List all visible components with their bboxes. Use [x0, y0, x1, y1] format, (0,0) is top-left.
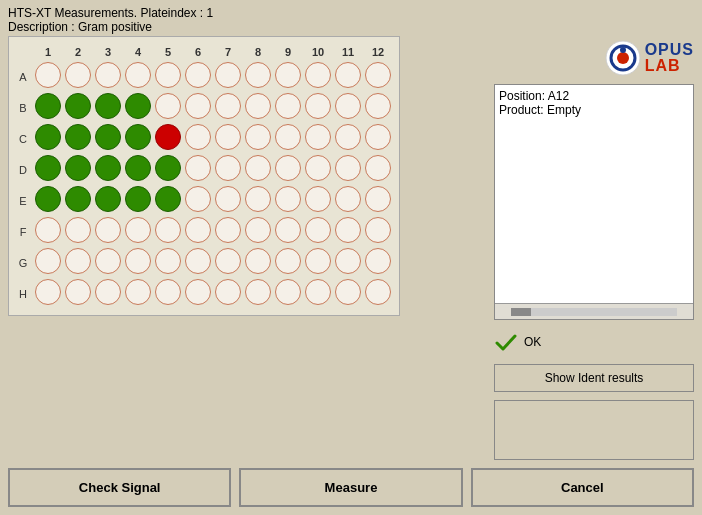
well-G6[interactable] — [185, 248, 211, 274]
well-D8[interactable] — [245, 155, 271, 181]
info-scrollbar[interactable] — [495, 303, 693, 319]
well-F10[interactable] — [305, 217, 331, 243]
well-D1[interactable] — [35, 155, 61, 181]
well-G3[interactable] — [95, 248, 121, 274]
well-A10[interactable] — [305, 62, 331, 88]
well-D11[interactable] — [335, 155, 361, 181]
well-A4[interactable] — [125, 62, 151, 88]
check-signal-button[interactable]: Check Signal — [8, 468, 231, 507]
well-D10[interactable] — [305, 155, 331, 181]
well-F4[interactable] — [125, 217, 151, 243]
well-E10[interactable] — [305, 186, 331, 212]
well-A11[interactable] — [335, 62, 361, 88]
well-F11[interactable] — [335, 217, 361, 243]
well-B12[interactable] — [365, 93, 391, 119]
well-G8[interactable] — [245, 248, 271, 274]
well-D5[interactable] — [155, 155, 181, 181]
well-E7[interactable] — [215, 186, 241, 212]
well-G2[interactable] — [65, 248, 91, 274]
well-G5[interactable] — [155, 248, 181, 274]
well-B2[interactable] — [65, 93, 91, 119]
well-D9[interactable] — [275, 155, 301, 181]
well-E9[interactable] — [275, 186, 301, 212]
cancel-button[interactable]: Cancel — [471, 468, 694, 507]
well-E8[interactable] — [245, 186, 271, 212]
well-F8[interactable] — [245, 217, 271, 243]
well-C7[interactable] — [215, 124, 241, 150]
well-E4[interactable] — [125, 186, 151, 212]
well-A3[interactable] — [95, 62, 121, 88]
well-H3[interactable] — [95, 279, 121, 305]
well-A9[interactable] — [275, 62, 301, 88]
well-H10[interactable] — [305, 279, 331, 305]
well-D3[interactable] — [95, 155, 121, 181]
well-D7[interactable] — [215, 155, 241, 181]
well-E2[interactable] — [65, 186, 91, 212]
well-F6[interactable] — [185, 217, 211, 243]
well-E5[interactable] — [155, 186, 181, 212]
well-C5[interactable] — [155, 124, 181, 150]
well-H9[interactable] — [275, 279, 301, 305]
well-D12[interactable] — [365, 155, 391, 181]
well-E11[interactable] — [335, 186, 361, 212]
well-G4[interactable] — [125, 248, 151, 274]
well-A1[interactable] — [35, 62, 61, 88]
well-A2[interactable] — [65, 62, 91, 88]
well-F5[interactable] — [155, 217, 181, 243]
well-C4[interactable] — [125, 124, 151, 150]
well-C6[interactable] — [185, 124, 211, 150]
well-C11[interactable] — [335, 124, 361, 150]
measure-button[interactable]: Measure — [239, 468, 462, 507]
well-G7[interactable] — [215, 248, 241, 274]
well-B4[interactable] — [125, 93, 151, 119]
well-B3[interactable] — [95, 93, 121, 119]
well-A12[interactable] — [365, 62, 391, 88]
well-C10[interactable] — [305, 124, 331, 150]
well-C8[interactable] — [245, 124, 271, 150]
well-H4[interactable] — [125, 279, 151, 305]
well-G1[interactable] — [35, 248, 61, 274]
well-B8[interactable] — [245, 93, 271, 119]
well-E6[interactable] — [185, 186, 211, 212]
well-B5[interactable] — [155, 93, 181, 119]
well-H8[interactable] — [245, 279, 271, 305]
well-C12[interactable] — [365, 124, 391, 150]
well-G10[interactable] — [305, 248, 331, 274]
well-F7[interactable] — [215, 217, 241, 243]
well-A5[interactable] — [155, 62, 181, 88]
well-E3[interactable] — [95, 186, 121, 212]
well-G11[interactable] — [335, 248, 361, 274]
well-C3[interactable] — [95, 124, 121, 150]
well-H1[interactable] — [35, 279, 61, 305]
show-ident-button[interactable]: Show Ident results — [494, 364, 694, 392]
well-H6[interactable] — [185, 279, 211, 305]
well-F1[interactable] — [35, 217, 61, 243]
well-B9[interactable] — [275, 93, 301, 119]
well-B11[interactable] — [335, 93, 361, 119]
well-F2[interactable] — [65, 217, 91, 243]
well-F3[interactable] — [95, 217, 121, 243]
well-B1[interactable] — [35, 93, 61, 119]
well-H11[interactable] — [335, 279, 361, 305]
well-H12[interactable] — [365, 279, 391, 305]
well-B6[interactable] — [185, 93, 211, 119]
well-H7[interactable] — [215, 279, 241, 305]
well-A8[interactable] — [245, 62, 271, 88]
well-F9[interactable] — [275, 217, 301, 243]
well-F12[interactable] — [365, 217, 391, 243]
well-C1[interactable] — [35, 124, 61, 150]
well-A7[interactable] — [215, 62, 241, 88]
well-C9[interactable] — [275, 124, 301, 150]
well-D2[interactable] — [65, 155, 91, 181]
well-H5[interactable] — [155, 279, 181, 305]
well-G9[interactable] — [275, 248, 301, 274]
well-A6[interactable] — [185, 62, 211, 88]
well-G12[interactable] — [365, 248, 391, 274]
well-E1[interactable] — [35, 186, 61, 212]
well-C2[interactable] — [65, 124, 91, 150]
well-B7[interactable] — [215, 93, 241, 119]
well-D6[interactable] — [185, 155, 211, 181]
well-D4[interactable] — [125, 155, 151, 181]
well-H2[interactable] — [65, 279, 91, 305]
well-B10[interactable] — [305, 93, 331, 119]
